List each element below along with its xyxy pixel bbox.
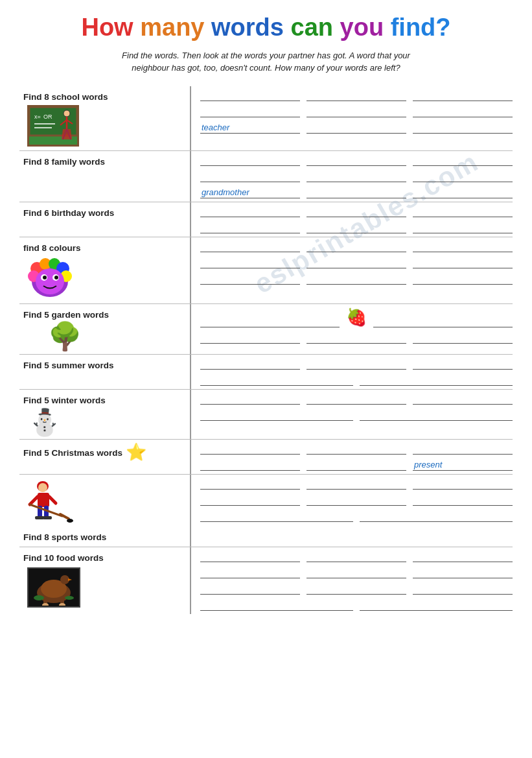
ans-line[interactable] (200, 583, 300, 595)
ans-line[interactable] (200, 332, 300, 344)
ans-line[interactable] (200, 551, 300, 562)
ans-line-present[interactable]: present (413, 459, 513, 471)
ans-line[interactable] (200, 409, 353, 421)
ans-line[interactable] (413, 171, 513, 182)
label-family: Find 8 family words (22, 154, 186, 169)
right-part-garden: 🍓 (191, 304, 513, 355)
ans-line[interactable] (413, 443, 513, 455)
ans-line[interactable] (306, 494, 406, 506)
ans-line[interactable] (306, 171, 406, 182)
ans-line[interactable] (413, 494, 513, 506)
svg-rect-30 (43, 516, 52, 519)
ans-line[interactable] (306, 187, 406, 198)
right-part-family: grandmother (191, 151, 513, 202)
ans-line[interactable] (200, 89, 300, 101)
ans-line[interactable] (200, 510, 353, 522)
label-colours: find 8 colours (22, 240, 186, 255)
ans-line[interactable] (413, 222, 513, 233)
ans-line[interactable] (306, 332, 406, 344)
ans-line[interactable] (200, 154, 300, 166)
ans-line[interactable] (413, 358, 513, 370)
left-part-summer: Find 5 summer words (19, 355, 191, 389)
ans-line[interactable] (413, 478, 513, 490)
snowman-image: ⛄ (29, 409, 186, 435)
ans-line[interactable] (200, 316, 340, 327)
ans-line[interactable] (200, 273, 300, 285)
line-row (200, 510, 513, 522)
ans-line[interactable] (200, 459, 300, 471)
ans-line[interactable] (306, 358, 406, 370)
ans-line[interactable] (200, 567, 300, 578)
ans-line[interactable] (360, 599, 513, 611)
ans-line[interactable] (306, 122, 406, 134)
page-title: How many words can you find? (19, 13, 513, 43)
ans-line[interactable] (306, 106, 406, 117)
ans-line[interactable] (413, 241, 513, 252)
ans-line[interactable] (306, 222, 406, 233)
ans-line[interactable] (360, 409, 513, 421)
star-icon: ⭐ (126, 442, 146, 462)
ans-line[interactable] (306, 583, 406, 595)
ans-line[interactable] (413, 154, 513, 166)
svg-text:OR: OR (43, 113, 52, 120)
title-words: words (211, 14, 290, 41)
ans-line[interactable] (360, 374, 513, 386)
ans-line[interactable] (200, 599, 353, 611)
section-christmas: Find 5 Christmas words ⭐ present (19, 440, 513, 475)
line-row (200, 583, 513, 595)
ans-line[interactable] (306, 478, 406, 490)
ans-line[interactable] (306, 154, 406, 166)
svg-rect-26 (38, 493, 49, 507)
ans-line[interactable] (200, 171, 300, 182)
ans-line[interactable] (306, 89, 406, 101)
ans-line[interactable] (413, 106, 513, 117)
ans-line[interactable] (413, 273, 513, 285)
ans-line[interactable] (200, 478, 300, 490)
ans-line[interactable] (200, 443, 300, 455)
ans-line[interactable] (413, 206, 513, 217)
ans-line[interactable] (413, 187, 513, 198)
ans-line[interactable] (413, 122, 513, 134)
ans-line[interactable] (306, 273, 406, 285)
section-winter: Find 5 winter words ⛄ (19, 390, 513, 440)
food-image (27, 567, 80, 608)
ans-line[interactable] (373, 316, 513, 327)
ans-line[interactable] (413, 583, 513, 595)
line-row (200, 599, 513, 611)
ans-line[interactable] (306, 443, 406, 455)
ans-line[interactable] (200, 393, 300, 405)
ans-line[interactable] (413, 257, 513, 268)
ans-line[interactable] (306, 257, 406, 268)
ans-line[interactable] (200, 222, 300, 233)
ans-line[interactable] (413, 551, 513, 562)
ans-line[interactable] (200, 374, 353, 386)
title-you: you (340, 14, 391, 41)
ans-line[interactable] (360, 510, 513, 522)
svg-point-25 (38, 483, 47, 492)
school-image: x= OR (27, 105, 79, 147)
ans-line[interactable] (413, 89, 513, 101)
ans-line[interactable] (200, 106, 300, 117)
ans-line[interactable] (306, 459, 406, 471)
ans-line[interactable] (413, 332, 513, 344)
ans-line[interactable] (200, 494, 300, 506)
ans-line[interactable] (306, 206, 406, 217)
ans-line[interactable] (413, 393, 513, 405)
section-colours: find 8 colours (19, 237, 513, 304)
ans-line[interactable] (200, 241, 300, 252)
line-row (200, 332, 513, 344)
ans-line[interactable] (306, 567, 406, 578)
ans-line[interactable] (306, 241, 406, 252)
ans-line[interactable] (200, 257, 300, 268)
ans-line[interactable] (306, 551, 406, 562)
ans-line[interactable] (413, 567, 513, 578)
ans-line-grandmother[interactable]: grandmother (200, 187, 300, 198)
ans-line[interactable] (306, 393, 406, 405)
line-row (200, 443, 513, 455)
line-row (200, 567, 513, 578)
svg-line-31 (30, 497, 38, 504)
ans-line[interactable] (200, 206, 300, 217)
hockey-image (25, 479, 186, 528)
ans-line[interactable] (200, 358, 300, 370)
ans-line-teacher[interactable]: teacher (200, 122, 300, 134)
